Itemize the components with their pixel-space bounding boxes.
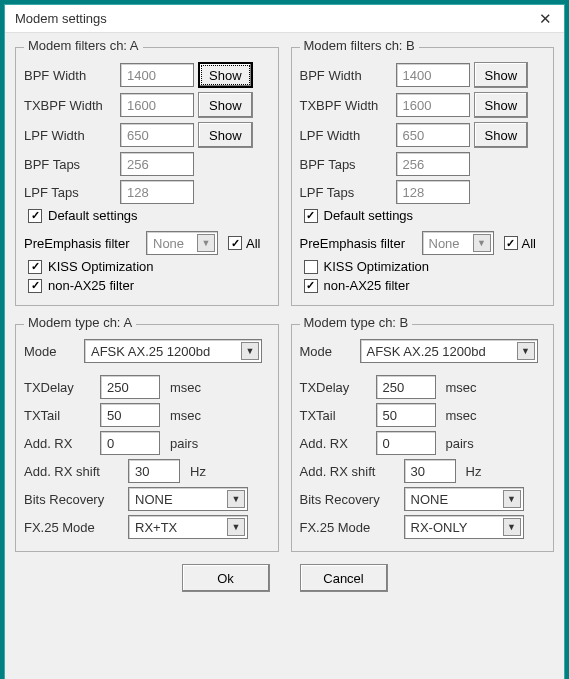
addrxshift-label-b: Add. RX shift	[300, 464, 400, 479]
txbpf-width-input-a[interactable]	[120, 93, 194, 117]
mode-select-a[interactable]: AFSK AX.25 1200bd ▼	[84, 339, 262, 363]
preemph-label-b: PreEmphasis filter	[300, 236, 418, 251]
kiss-label-a: KISS Optimization	[48, 259, 154, 274]
window-title: Modem settings	[15, 11, 107, 26]
txbpf-width-label-a: TXBPF Width	[24, 98, 116, 113]
pairs-unit: pairs	[446, 436, 474, 451]
lpf-width-input-b[interactable]	[396, 123, 470, 147]
bpf-width-label-a: BPF Width	[24, 68, 116, 83]
default-settings-label-a: Default settings	[48, 208, 138, 223]
txbpf-width-input-b[interactable]	[396, 93, 470, 117]
default-settings-checkbox-b[interactable]	[304, 209, 318, 223]
bpf-width-label-b: BPF Width	[300, 68, 392, 83]
txdelay-label-a: TXDelay	[24, 380, 96, 395]
msec-unit: msec	[170, 380, 201, 395]
nonax25-label-b: non-AX25 filter	[324, 278, 410, 293]
txbpf-width-label-b: TXBPF Width	[300, 98, 392, 113]
close-icon[interactable]: ✕	[534, 8, 556, 30]
txtail-label-a: TXTail	[24, 408, 96, 423]
chevron-down-icon: ▼	[197, 234, 215, 252]
preemph-select-a[interactable]: None ▼	[146, 231, 218, 255]
pairs-unit: pairs	[170, 436, 198, 451]
lpf-width-label-a: LPF Width	[24, 128, 116, 143]
lpf-width-input-a[interactable]	[120, 123, 194, 147]
msec-unit: msec	[446, 380, 477, 395]
cancel-button[interactable]: Cancel	[300, 564, 388, 592]
txtail-input-a[interactable]	[100, 403, 160, 427]
kiss-checkbox-a[interactable]	[28, 260, 42, 274]
addrxshift-label-a: Add. RX shift	[24, 464, 124, 479]
addrx-label-a: Add. RX	[24, 436, 96, 451]
all-checkbox-a[interactable]	[228, 236, 242, 250]
titlebar: Modem settings ✕	[5, 5, 564, 33]
all-checkbox-b[interactable]	[504, 236, 518, 250]
show-txbpf-button-b[interactable]: Show	[474, 92, 529, 118]
bpf-width-input-a[interactable]	[120, 63, 194, 87]
chevron-down-icon: ▼	[473, 234, 491, 252]
default-settings-label-b: Default settings	[324, 208, 414, 223]
show-lpf-button-b[interactable]: Show	[474, 122, 529, 148]
fx25-select-b[interactable]: RX-ONLY ▼	[404, 515, 524, 539]
chevron-down-icon: ▼	[503, 518, 521, 536]
bpf-taps-label-b: BPF Taps	[300, 157, 392, 172]
addrxshift-input-a[interactable]	[128, 459, 180, 483]
txdelay-input-b[interactable]	[376, 375, 436, 399]
preemph-select-b[interactable]: None ▼	[422, 231, 494, 255]
mode-label-b: Mode	[300, 344, 356, 359]
txtail-input-b[interactable]	[376, 403, 436, 427]
bpf-taps-label-a: BPF Taps	[24, 157, 116, 172]
msec-unit: msec	[170, 408, 201, 423]
bpf-width-input-b[interactable]	[396, 63, 470, 87]
bpf-taps-input-a[interactable]	[120, 152, 194, 176]
addrx-input-b[interactable]	[376, 431, 436, 455]
lpf-taps-label-a: LPF Taps	[24, 185, 116, 200]
hz-unit: Hz	[466, 464, 482, 479]
show-bpf-button-a[interactable]: Show	[198, 62, 253, 88]
addrx-input-a[interactable]	[100, 431, 160, 455]
modem-settings-window: Modem settings ✕ Modem filters ch: A BPF…	[4, 4, 565, 679]
show-lpf-button-a[interactable]: Show	[198, 122, 253, 148]
lpf-taps-input-a[interactable]	[120, 180, 194, 204]
txdelay-input-a[interactable]	[100, 375, 160, 399]
lpf-taps-label-b: LPF Taps	[300, 185, 392, 200]
legend-filters-b: Modem filters ch: B	[300, 38, 419, 53]
group-type-b: Modem type ch: B Mode AFSK AX.25 1200bd …	[291, 324, 555, 552]
group-type-a: Modem type ch: A Mode AFSK AX.25 1200bd …	[15, 324, 279, 552]
chevron-down-icon: ▼	[227, 518, 245, 536]
fx25-label-a: FX.25 Mode	[24, 520, 124, 535]
ok-button[interactable]: Ok	[182, 564, 270, 592]
fx25-select-a[interactable]: RX+TX ▼	[128, 515, 248, 539]
txdelay-label-b: TXDelay	[300, 380, 372, 395]
fx25-label-b: FX.25 Mode	[300, 520, 400, 535]
chevron-down-icon: ▼	[503, 490, 521, 508]
addrxshift-input-b[interactable]	[404, 459, 456, 483]
show-bpf-button-b[interactable]: Show	[474, 62, 529, 88]
group-filters-b: Modem filters ch: B BPF Width Show TXBPF…	[291, 47, 555, 306]
chevron-down-icon: ▼	[227, 490, 245, 508]
msec-unit: msec	[446, 408, 477, 423]
legend-type-a: Modem type ch: A	[24, 315, 136, 330]
group-filters-a: Modem filters ch: A BPF Width Show TXBPF…	[15, 47, 279, 306]
txtail-label-b: TXTail	[300, 408, 372, 423]
show-txbpf-button-a[interactable]: Show	[198, 92, 253, 118]
all-label-b: All	[522, 236, 536, 251]
bitsrec-label-b: Bits Recovery	[300, 492, 400, 507]
all-label-a: All	[246, 236, 260, 251]
chevron-down-icon: ▼	[241, 342, 259, 360]
legend-type-b: Modem type ch: B	[300, 315, 413, 330]
nonax25-checkbox-a[interactable]	[28, 279, 42, 293]
kiss-checkbox-b[interactable]	[304, 260, 318, 274]
bpf-taps-input-b[interactable]	[396, 152, 470, 176]
lpf-width-label-b: LPF Width	[300, 128, 392, 143]
default-settings-checkbox-a[interactable]	[28, 209, 42, 223]
bitsrec-select-a[interactable]: NONE ▼	[128, 487, 248, 511]
bitsrec-select-b[interactable]: NONE ▼	[404, 487, 524, 511]
mode-label-a: Mode	[24, 344, 80, 359]
bitsrec-label-a: Bits Recovery	[24, 492, 124, 507]
mode-select-b[interactable]: AFSK AX.25 1200bd ▼	[360, 339, 538, 363]
preemph-label-a: PreEmphasis filter	[24, 236, 142, 251]
chevron-down-icon: ▼	[517, 342, 535, 360]
nonax25-checkbox-b[interactable]	[304, 279, 318, 293]
lpf-taps-input-b[interactable]	[396, 180, 470, 204]
legend-filters-a: Modem filters ch: A	[24, 38, 143, 53]
